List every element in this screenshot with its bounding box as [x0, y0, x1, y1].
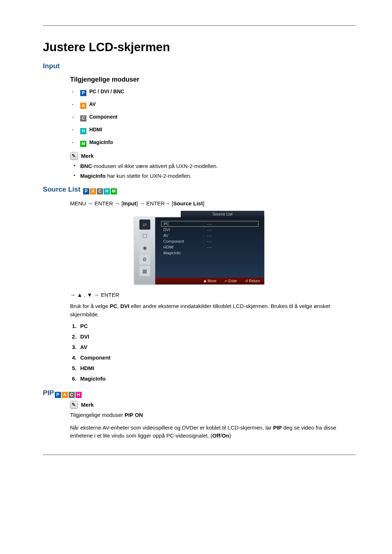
source-numbered-list: PC DVI AV Component HDMI MagicInfo	[70, 323, 356, 382]
list-item: AV	[78, 344, 356, 350]
pip-heading: PIP P A C H	[43, 389, 356, 398]
input-note-list: BNC-modusen vil ikke være aktivert på UX…	[70, 163, 356, 179]
note-block: Merk	[70, 152, 356, 160]
osd-side-sound-icon: ◉	[139, 243, 150, 253]
arrow-icon: →	[139, 200, 145, 206]
top-divider	[43, 25, 356, 26]
osd-row-value: ----	[207, 245, 212, 249]
arrow-icon: →	[94, 292, 99, 298]
nav-sourcelist: Source List	[173, 200, 203, 206]
page-title: Justere LCD-skjermen	[43, 40, 356, 54]
pip-para1-pre: Tilgjengelige moduser	[70, 412, 124, 418]
note-prefix: BNC	[80, 163, 92, 169]
nav-enter: ENTER	[101, 292, 119, 298]
badge-h-icon: H	[75, 392, 82, 398]
mode-item: A AV	[70, 101, 356, 109]
sourcelist-badges: P A C H M	[83, 188, 117, 194]
osd-screenshot: Source List ⇄ 🖵 ◉ ⚙ ▦ PC :---- DVI :----	[134, 211, 264, 284]
list-item: HDMI	[78, 365, 356, 371]
osd-panel: Source List ⇄ 🖵 ◉ ⚙ ▦ PC :---- DVI :----	[134, 211, 264, 284]
down-arrow-icon: ▼	[87, 292, 93, 298]
arrow-icon: →	[70, 292, 75, 298]
list-item: MagicInfo	[78, 376, 356, 382]
osd-side-multi-icon: ▦	[139, 266, 150, 276]
desc-dvi: DVI	[120, 303, 129, 309]
note-prefix: MagicInfo	[80, 173, 106, 179]
input-heading: Input	[43, 62, 356, 70]
mode-label: MagicInfo	[89, 139, 113, 145]
badge-a-icon: A	[62, 392, 68, 398]
osd-row-label: AV	[163, 233, 196, 238]
osd-footer-move: ◆ Move	[204, 279, 216, 283]
mode-m-icon: M	[80, 141, 86, 147]
osd-sidebar: ⇄ 🖵 ◉ ⚙ ▦	[134, 217, 155, 284]
mode-h-icon: H	[80, 128, 86, 134]
osd-row-value: ----	[207, 222, 212, 226]
sourcelist-description: Bruk for å velge PC, DVI eller andre eks…	[70, 302, 356, 319]
osd-row-label: HDMI	[163, 245, 196, 249]
osd-row-label: MagicInfo	[163, 251, 196, 255]
osd-row: MagicInfo	[161, 250, 258, 256]
pip-para2-bold2: Off	[212, 432, 220, 439]
pip-para-1: Tilgjengelige moduser PIP ON	[70, 411, 356, 419]
badge-c-icon: C	[97, 188, 103, 194]
note-item: MagicInfo har kun støtte for UXN-2-model…	[70, 173, 356, 179]
osd-row-value: ----	[207, 227, 212, 232]
osd-row: AV :----	[161, 233, 258, 238]
list-item: DVI	[78, 333, 356, 340]
osd-row-value: ----	[207, 233, 212, 238]
arrow-icon: →	[165, 200, 170, 206]
mode-list: P PC / DVI / BNC A AV C Component H HDMI…	[70, 89, 356, 147]
osd-row-label: DVI	[163, 227, 196, 232]
mode-label: HDMI	[89, 127, 102, 132]
sourcelist-heading: Source List P A C H M	[43, 185, 356, 194]
sourcelist-heading-text: Source List	[43, 185, 80, 193]
desc-pre: Bruk for å velge	[70, 303, 110, 309]
mode-c-icon: C	[80, 115, 86, 122]
note-text: -modusen vil ikke være aktivert på UXN-2…	[92, 163, 218, 169]
osd-body: ⇄ 🖵 ◉ ⚙ ▦ PC :---- DVI :---- AV :----	[134, 217, 264, 284]
list-item: PC	[78, 323, 356, 329]
pip-badges: P A C H	[55, 392, 82, 398]
note-icon	[70, 401, 78, 409]
mode-label: AV	[89, 101, 95, 107]
badge-a-icon: A	[90, 188, 96, 194]
mode-label: Component	[89, 114, 118, 120]
desc-pc: PC	[110, 303, 117, 309]
osd-row: DVI :----	[161, 227, 258, 233]
osd-row: Component :----	[161, 238, 258, 244]
mode-label: PC / DVI / BNC	[89, 89, 124, 94]
badge-c-icon: C	[69, 392, 75, 398]
pip-para2-bold3: On	[222, 432, 229, 439]
pip-para2-bold1: PIP	[273, 424, 282, 431]
pip-para2-end: )	[229, 432, 231, 439]
osd-main: PC :---- DVI :---- AV :---- Component :-…	[155, 217, 264, 284]
note-label-text: Merk	[81, 402, 94, 408]
badge-p-icon: P	[83, 188, 89, 194]
mode-a-icon: A	[80, 103, 86, 109]
nav-enter: ENTER	[146, 200, 165, 206]
note-icon	[70, 152, 78, 160]
arrow-icon: →	[115, 200, 120, 206]
mode-p-icon: P	[80, 90, 86, 96]
badge-h-icon: H	[104, 188, 110, 194]
arrow-icon: →	[87, 200, 93, 206]
pip-heading-text: PIP	[43, 389, 54, 397]
osd-title: Source List	[181, 211, 264, 217]
up-arrow-icon: ▲	[77, 292, 82, 298]
list-item: Component	[78, 354, 356, 361]
pip-para1-bold: PIP ON	[124, 412, 143, 418]
osd-footer: ◆ Move ↵ Enter ↺ Return	[155, 278, 264, 284]
mode-item: M MagicInfo	[70, 139, 356, 147]
nav-sequence-1: MENU → ENTER → [Input] → ENTER→ [Source …	[70, 200, 356, 206]
modes-subheading: Tilgjengelige moduser	[70, 76, 356, 83]
note-item: BNC-modusen vil ikke være aktivert på UX…	[70, 163, 356, 169]
mode-item: H HDMI	[70, 127, 356, 134]
osd-row: HDMI :----	[161, 244, 258, 250]
comma: ,	[84, 292, 85, 298]
pip-para-2: Når eksterne AV-enheter som videospiller…	[70, 424, 356, 440]
nav-input: Input	[123, 200, 136, 206]
nav-sequence-2: → ▲ , ▼ → ENTER	[70, 292, 356, 298]
note-label-text: Merk	[81, 153, 94, 159]
note-text: har kun støtte for UXN-2-modellen.	[106, 173, 192, 179]
